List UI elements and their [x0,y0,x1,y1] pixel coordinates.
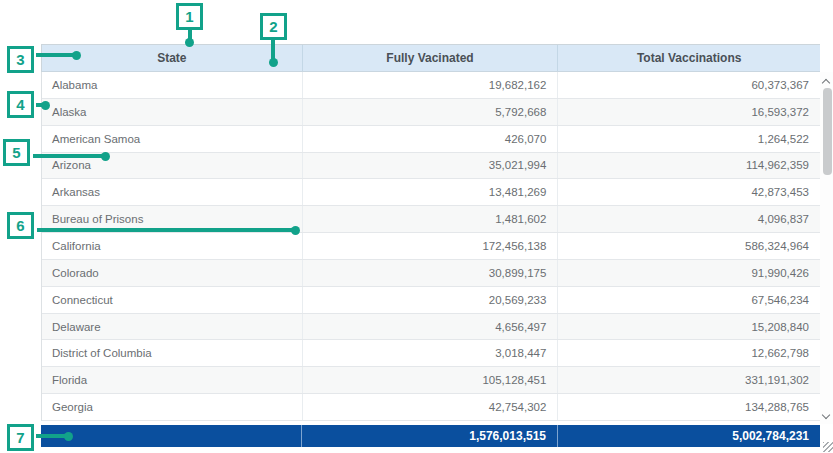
callout-6: 6 [7,212,34,239]
callout-1: 1 [176,3,203,30]
table-row[interactable]: Alabama 19,682,162 60,373,367 [42,72,820,99]
summary-fully-vaccinated: 1,576,013,515 [302,425,558,447]
cell-fully-vaccinated: 30,899,175 [303,260,559,286]
cell-total-vaccinations: 12,662,798 [558,340,820,366]
column-header-fully-vaccinated[interactable]: Fully Vacinated [303,45,559,71]
table-row[interactable]: Connecticut 20,569,233 67,546,234 [42,287,820,314]
cell-state: Florida [42,367,303,393]
cell-total-vaccinations: 67,546,234 [558,287,820,313]
table-header-row: State Fully Vacinated Total Vaccinations [41,44,820,72]
cell-state: California [42,233,303,259]
table-row[interactable]: American Samoa 426,070 1,264,522 [42,126,820,153]
cell-state: Delaware [42,314,303,340]
column-header-total-vaccinations[interactable]: Total Vaccinations [558,45,820,71]
callout-7: 7 [7,424,34,451]
callout-7-line [36,434,67,438]
cell-fully-vaccinated: 1,481,602 [303,206,559,232]
table-row[interactable]: Arizona 35,021,994 114,962,359 [42,153,820,180]
chevron-up-icon[interactable] [822,79,830,87]
table-body: Alabama 19,682,162 60,373,367 Alaska 5,7… [41,72,820,421]
cell-fully-vaccinated: 3,018,447 [303,340,559,366]
cell-state: American Samoa [42,126,303,152]
cell-state: Connecticut [42,287,303,313]
callout-3-line [36,53,76,57]
summary-row: 1,576,013,515 5,002,784,231 [41,425,820,447]
cell-total-vaccinations: 134,288,765 [558,394,820,420]
summary-state-cell [41,425,302,447]
cell-fully-vaccinated: 5,792,668 [303,99,559,125]
callout-3-dot [72,51,81,60]
cell-total-vaccinations: 91,990,426 [558,260,820,286]
cell-state: District of Columbia [42,340,303,366]
cell-total-vaccinations: 60,373,367 [558,72,820,98]
vaccinations-table-widget: State Fully Vacinated Total Vaccinations… [0,0,833,453]
table-row[interactable]: Arkansas 13,481,269 42,873,453 [42,179,820,206]
callout-1-dot [185,38,194,47]
callout-2: 2 [260,13,287,40]
vertical-scrollbar[interactable] [820,72,833,424]
table-row[interactable]: Georgia 42,754,302 134,288,765 [42,394,820,421]
column-header-state[interactable]: State [42,45,303,71]
cell-fully-vaccinated: 20,569,233 [303,287,559,313]
callout-4: 4 [7,91,34,118]
cell-fully-vaccinated: 172,456,138 [303,233,559,259]
summary-total-vaccinations: 5,002,784,231 [558,425,820,447]
callout-7-dot [64,432,73,441]
cell-total-vaccinations: 1,264,522 [558,126,820,152]
cell-total-vaccinations: 331,191,302 [558,367,820,393]
scrollbar-thumb[interactable] [823,88,832,175]
cell-state: Arkansas [42,179,303,205]
cell-fully-vaccinated: 4,656,497 [303,314,559,340]
cell-total-vaccinations: 586,324,964 [558,233,820,259]
callout-5-line [33,154,103,158]
cell-fully-vaccinated: 42,754,302 [303,394,559,420]
cell-fully-vaccinated: 105,128,451 [303,367,559,393]
cell-state: Alabama [42,72,303,98]
callout-2-dot [269,58,278,67]
cell-state: Georgia [42,394,303,420]
cell-total-vaccinations: 16,593,372 [558,99,820,125]
callout-5: 5 [3,139,30,166]
cell-fully-vaccinated: 19,682,162 [303,72,559,98]
cell-total-vaccinations: 4,096,837 [558,206,820,232]
table-row[interactable]: Delaware 4,656,497 15,208,840 [42,314,820,341]
table-row[interactable]: District of Columbia 3,018,447 12,662,79… [42,340,820,367]
chevron-down-icon[interactable] [822,411,830,419]
cell-fully-vaccinated: 13,481,269 [303,179,559,205]
cell-total-vaccinations: 114,962,359 [558,153,820,179]
table-row[interactable]: Florida 105,128,451 331,191,302 [42,367,820,394]
callout-5-dot [101,152,110,161]
callout-6-dot [291,226,300,235]
table-row[interactable]: California 172,456,138 586,324,964 [42,233,820,260]
table-row[interactable]: Alaska 5,792,668 16,593,372 [42,99,820,126]
callout-6-line [37,228,293,232]
cell-fully-vaccinated: 426,070 [303,126,559,152]
cell-total-vaccinations: 15,208,840 [558,314,820,340]
table-row[interactable]: Colorado 30,899,175 91,990,426 [42,260,820,287]
callout-4-dot [41,101,50,110]
cell-state: Colorado [42,260,303,286]
cell-fully-vaccinated: 35,021,994 [303,153,559,179]
callout-3: 3 [7,46,34,73]
cell-state: Alaska [42,99,303,125]
resize-grip-icon[interactable] [823,442,833,452]
cell-total-vaccinations: 42,873,453 [558,179,820,205]
